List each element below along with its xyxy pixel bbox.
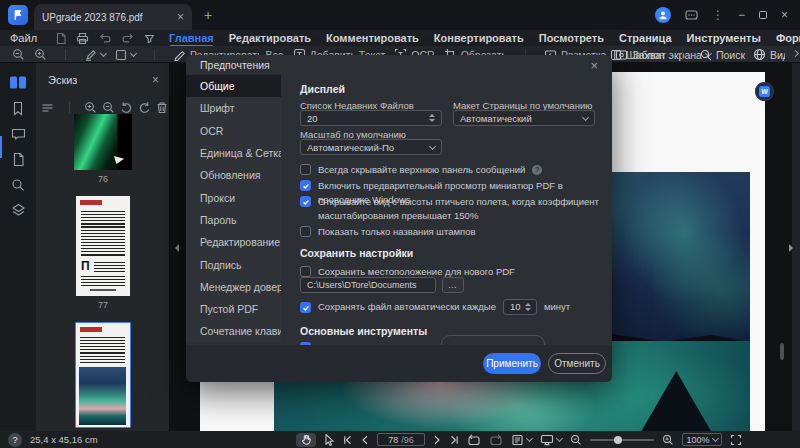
- feedback-icon[interactable]: [685, 10, 698, 21]
- zoom-in-button[interactable]: [662, 434, 674, 446]
- dialog-close-icon[interactable]: ×: [590, 58, 598, 73]
- rotate-left-icon[interactable]: [120, 101, 133, 114]
- bookmarks-icon[interactable]: [11, 101, 25, 116]
- ai-assistant-button[interactable]: W: [755, 82, 774, 101]
- browse-button[interactable]: …: [442, 277, 464, 293]
- highlighter-tool[interactable]: [84, 48, 106, 61]
- apply-button[interactable]: Применить: [483, 353, 541, 374]
- layers-icon[interactable]: [11, 203, 26, 217]
- search-panel-icon[interactable]: [11, 178, 25, 192]
- save-path-input[interactable]: C:\Users\DTore\Documents: [300, 277, 436, 293]
- menu-tab-edit[interactable]: Редактировать: [229, 31, 311, 46]
- autosave-interval-input[interactable]: 10: [503, 299, 537, 315]
- thumb-zoom-in-icon[interactable]: [84, 101, 97, 114]
- hand-tool-button[interactable]: [296, 433, 316, 447]
- checkbox-checked[interactable]: [300, 302, 311, 313]
- category-trust-manager[interactable]: Менеджер доверия: [186, 276, 281, 298]
- page-view-mode-button[interactable]: [511, 434, 532, 446]
- default-zoom-select[interactable]: Автоматический-По: [300, 139, 442, 155]
- category-unit-grid[interactable]: Единица & Сетка: [186, 142, 281, 164]
- category-shortcuts[interactable]: Сочетание клавиш: [186, 320, 281, 342]
- thumbnail-page-78[interactable]: [36, 322, 170, 428]
- undo-icon[interactable]: [98, 32, 112, 44]
- menu-tab-page[interactable]: Страница: [619, 31, 672, 46]
- document-tab[interactable]: UPgrade 2023 876.pdf ×: [34, 4, 192, 30]
- menu-file[interactable]: Файл: [10, 32, 37, 44]
- more-menu-icon[interactable]: ⋮: [712, 8, 724, 22]
- zoom-level-select[interactable]: 100%: [682, 433, 722, 446]
- new-tab-button[interactable]: +: [204, 7, 212, 23]
- checkbox-stamp-names[interactable]: Показать только названия штампов: [300, 225, 476, 239]
- zoom-out-button[interactable]: [570, 434, 582, 446]
- shape-tool[interactable]: [115, 49, 136, 61]
- user-avatar[interactable]: [655, 7, 671, 23]
- checkbox-checked[interactable]: [300, 196, 311, 207]
- previous-view-button[interactable]: [467, 434, 481, 446]
- category-password[interactable]: Пароль: [186, 209, 281, 231]
- help-button[interactable]: ?: [8, 433, 22, 447]
- thumbnail-page-77[interactable]: П 77: [36, 196, 170, 310]
- minimize-button[interactable]: −: [738, 9, 745, 21]
- zoom-out-icon[interactable]: [12, 48, 25, 61]
- collapse-left-panel-icon[interactable]: [175, 244, 179, 252]
- panel-close-icon[interactable]: ×: [152, 73, 159, 87]
- next-view-button[interactable]: [489, 434, 503, 446]
- recent-files-input[interactable]: 20: [300, 110, 442, 126]
- checkbox-checked[interactable]: [300, 180, 311, 191]
- print-icon[interactable]: [76, 32, 89, 45]
- thumb-menu-icon[interactable]: [41, 102, 55, 114]
- thumb-zoom-out-icon[interactable]: [102, 101, 115, 114]
- help-icon[interactable]: ?: [532, 165, 542, 175]
- category-blank-pdf[interactable]: Пустой PDF: [186, 298, 281, 320]
- zoom-in-icon[interactable]: [34, 48, 47, 61]
- category-general[interactable]: Общие: [186, 75, 281, 97]
- thumbnails-panel-icon[interactable]: [9, 75, 27, 90]
- zoom-slider-thumb[interactable]: [614, 436, 622, 444]
- thumbnail-page-76[interactable]: 76: [36, 114, 170, 184]
- select-tool-button[interactable]: [324, 433, 335, 446]
- checkbox-hide-message-bar[interactable]: Всегда скрывайте верхнюю панель сообщени…: [300, 163, 542, 177]
- checkbox-unchecked[interactable]: [300, 266, 311, 277]
- category-font[interactable]: Шрифт: [186, 97, 281, 119]
- attachments-icon[interactable]: [12, 152, 25, 167]
- fit-screen-button[interactable]: [730, 434, 742, 446]
- checkbox-unchecked[interactable]: [300, 164, 311, 175]
- comments-icon[interactable]: [11, 127, 26, 141]
- stepper-icons[interactable]: [525, 303, 531, 311]
- stepper-icons[interactable]: [429, 114, 435, 122]
- menu-tab-comment[interactable]: Комментировать: [326, 31, 419, 46]
- template-button[interactable]: Шаблон: [610, 49, 665, 61]
- page-layout-select[interactable]: Автоматический: [453, 110, 595, 126]
- checkbox-autosave[interactable]: Сохранять файл автоматически каждые 10 м…: [300, 299, 570, 315]
- last-page-button[interactable]: [449, 435, 459, 445]
- category-proxy[interactable]: Прокси: [186, 186, 281, 208]
- expand-right-panel-icon[interactable]: [789, 244, 793, 252]
- redo-icon[interactable]: [121, 32, 135, 44]
- menu-tab-home[interactable]: Главная: [169, 31, 214, 46]
- menu-tab-form[interactable]: Форма: [776, 31, 800, 46]
- page-number-input[interactable]: 78 /96: [377, 433, 425, 446]
- category-ocr[interactable]: OCR: [186, 120, 281, 142]
- rotate-right-icon[interactable]: [138, 101, 151, 114]
- app-logo-icon[interactable]: [8, 5, 28, 25]
- customize-toolbar-icon[interactable]: [144, 33, 155, 44]
- menu-tab-view[interactable]: Посмотреть: [539, 31, 604, 46]
- menu-tab-convert[interactable]: Конвертировать: [434, 31, 524, 46]
- close-button[interactable]: ×: [781, 9, 788, 21]
- checkbox-unchecked[interactable]: [300, 226, 311, 237]
- category-updates[interactable]: Обновления: [186, 164, 281, 186]
- cancel-button[interactable]: Отменить: [548, 353, 606, 374]
- view-button[interactable]: Вид: [753, 48, 785, 61]
- zoom-slider[interactable]: [590, 439, 654, 441]
- tab-close-icon[interactable]: ×: [177, 11, 184, 23]
- maximize-button[interactable]: [759, 11, 767, 19]
- prev-page-button[interactable]: [361, 435, 369, 445]
- category-editing[interactable]: Редактирование: [186, 231, 281, 253]
- vertical-scrollbar[interactable]: [780, 343, 784, 360]
- next-page-button[interactable]: [433, 435, 441, 445]
- presentation-mode-button[interactable]: [540, 434, 562, 446]
- dialog-titlebar[interactable]: Предпочтения ×: [186, 55, 612, 75]
- toolbar-overflow-icon[interactable]: [792, 50, 799, 57]
- search-button[interactable]: Поиск: [700, 49, 745, 61]
- new-file-icon[interactable]: [55, 32, 67, 45]
